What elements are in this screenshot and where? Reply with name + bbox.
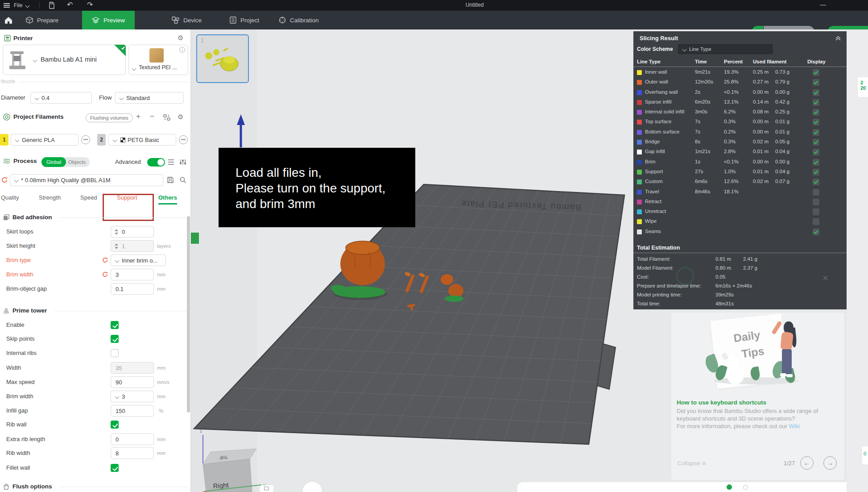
search-icon[interactable] [179,176,186,183]
process-tab-speed[interactable]: Speed [80,193,97,204]
extra-rib-length-input[interactable]: 0 [111,434,154,445]
undo-icon[interactable]: ↶ [67,0,73,9]
parameter-list-icon[interactable] [168,159,174,165]
model-mushroom-large[interactable] [331,241,387,300]
filament-2-options-button[interactable]: ••• [179,135,188,144]
rib-width-input[interactable]: 8 [111,447,154,459]
advanced-toggle[interactable] [147,158,165,167]
z-axis-gizmo-arrow[interactable] [237,114,245,147]
printer-dropdown-chevron[interactable] [33,58,37,63]
line-type-display-checkbox[interactable] [813,109,819,116]
tips-next-button[interactable]: → [823,456,837,470]
line-type-display-checkbox[interactable] [813,208,819,215]
line-type-display-checkbox[interactable] [813,119,819,125]
line-type-display-checkbox[interactable] [813,169,819,175]
tip-heading[interactable]: How to use keyboard shortcuts [677,399,766,406]
internal-ribs-checkbox[interactable] [111,349,119,357]
filament-sync-icon[interactable] [163,114,170,121]
line-type-display-checkbox[interactable] [813,179,819,185]
tab-preview[interactable]: Preview [82,11,135,29]
small-toolbar-button[interactable] [260,485,273,492]
infill-gap-input[interactable]: 150 [111,405,154,417]
process-tab-strength[interactable]: Strength [39,193,61,204]
filament-2-select[interactable]: PETG Basic [108,134,176,146]
tab-prepare[interactable]: Prepare [26,11,58,29]
add-filament-button[interactable]: + [136,112,141,121]
diameter-select[interactable]: 0.4 [30,92,92,104]
brim-width-input[interactable]: 3 [111,269,154,280]
wiki-link[interactable]: Wiki [789,423,800,429]
toolbar-gray-dot[interactable] [743,485,748,490]
brim-type-reset-icon[interactable] [102,257,108,263]
save-icon[interactable] [48,2,55,9]
flushing-volumes-button[interactable]: Flushing volumes [86,113,133,122]
filament-1-options-button[interactable]: ••• [81,135,90,144]
toolbar-green-dot[interactable] [727,484,732,490]
skirt-height-input[interactable]: 1 [111,240,154,252]
redo-icon[interactable]: ↷ [87,0,93,9]
line-type-display-checkbox[interactable] [813,149,819,155]
filament-2-swatch[interactable]: 2 [97,134,106,146]
plate-type-card[interactable]: i Textured PEI ... [128,45,188,75]
tune-icon[interactable] [179,159,186,165]
line-type-display-checkbox[interactable] [813,89,819,96]
save-preset-icon[interactable] [167,176,174,183]
plate-thumbnail-1[interactable]: 1 [196,34,249,83]
bottom-toolbar[interactable] [517,482,868,492]
skirt-loops-input[interactable]: 0 [111,226,154,238]
remove-filament-button[interactable]: − [150,112,154,121]
line-type-display-checkbox[interactable] [813,199,819,205]
line-type-display-checkbox[interactable] [813,159,819,166]
preset-reset-icon[interactable] [1,176,8,183]
line-type-display-checkbox[interactable] [813,218,819,225]
tips-prev-button[interactable]: ← [800,456,814,470]
brim-width-reset-icon[interactable] [102,271,108,278]
process-scope-toggle[interactable]: Global Objects [41,157,90,167]
collapse-panel-icon[interactable] [835,35,841,42]
process-scope-objects[interactable]: Objects [68,157,86,167]
skip-points-checkbox[interactable] [111,335,119,343]
tab-calibration[interactable]: Calibration [279,11,319,29]
minimize-button[interactable]: — [820,1,826,8]
printer-settings-gear-icon[interactable]: ⚙ [178,34,183,42]
file-menu[interactable]: File [4,0,22,11]
width-input[interactable]: 35 [111,362,154,374]
line-type-display-checkbox[interactable] [813,229,819,235]
line-type-display-checkbox[interactable] [813,129,819,136]
line-type-display-checkbox[interactable] [813,189,819,196]
filament-1-swatch[interactable]: 1 [0,134,8,146]
side-cut-badge[interactable]: 0 [862,446,868,464]
line-type-display-checkbox[interactable] [813,139,819,146]
color-scheme-select[interactable]: Line Type [678,44,773,54]
file-menu-chevron-icon[interactable] [25,4,30,8]
layer-slider-badge[interactable]: 2 20 [858,77,868,97]
process-preset-select[interactable]: * 0.08mm High Quality @BBL A1M [10,174,163,186]
filament-settings-gear-icon[interactable]: ⚙ [178,113,183,121]
process-tab-others[interactable]: Others [158,193,177,204]
process-tab-quality[interactable]: Quality [1,193,19,204]
printer-card[interactable]: Bambu Lab A1 mini [3,45,126,75]
line-type-display-checkbox[interactable] [813,69,819,76]
line-type-display-checkbox[interactable] [813,79,819,86]
tab-project[interactable]: Project [230,11,259,29]
prime-brim-width-select[interactable]: 3 [111,391,154,402]
collapse-tips-button[interactable]: Collapse [678,460,707,467]
rib-wall-checkbox[interactable] [111,421,119,429]
tab-device[interactable]: Device [172,11,202,29]
home-icon[interactable] [4,17,12,24]
left-panel-scrollbar[interactable] [187,216,190,413]
filament-1-select[interactable]: Generic PLA [11,134,79,146]
toast-close-icon[interactable]: × [823,272,828,284]
brim-type-select[interactable]: Inner brim o... [111,254,166,266]
info-icon[interactable]: i [179,47,185,53]
fillet-wall-checkbox[interactable] [111,464,119,472]
max-speed-input[interactable]: 90 [111,376,154,388]
enable-checkbox[interactable] [111,321,119,329]
process-scope-global[interactable]: Global [41,157,66,167]
flow-select[interactable]: Standard [115,92,184,104]
view-cube[interactable]: Top Right z y [196,428,266,492]
brim-object-gap-input[interactable]: 0.1 [111,283,154,295]
line-type-display-checkbox[interactable] [813,99,819,106]
plate-type-dropd own-chevron[interactable] [132,67,136,71]
gizmo-cube-green[interactable] [191,233,199,244]
